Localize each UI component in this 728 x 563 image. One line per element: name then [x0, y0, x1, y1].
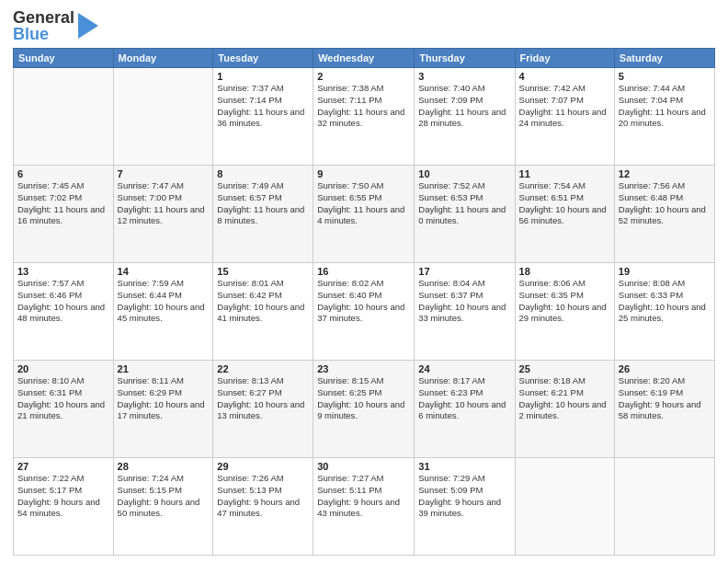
day-number: 6 [17, 168, 109, 179]
day-info: Sunrise: 7:47 AM Sunset: 7:00 PM Dayligh… [118, 180, 210, 227]
day-number: 12 [619, 168, 711, 179]
day-number: 3 [418, 71, 510, 82]
day-number: 27 [17, 461, 109, 472]
day-info: Sunrise: 8:04 AM Sunset: 6:37 PM Dayligh… [418, 278, 510, 325]
col-header-wednesday: Wednesday [313, 49, 415, 68]
calendar-cell: 6Sunrise: 7:45 AM Sunset: 7:02 PM Daylig… [14, 166, 114, 263]
calendar-table: SundayMondayTuesdayWednesdayThursdayFrid… [13, 48, 715, 556]
calendar-week-row: 1Sunrise: 7:37 AM Sunset: 7:14 PM Daylig… [14, 68, 715, 166]
calendar-header-row: SundayMondayTuesdayWednesdayThursdayFrid… [14, 49, 715, 68]
col-header-monday: Monday [113, 49, 213, 68]
day-info: Sunrise: 7:42 AM Sunset: 7:07 PM Dayligh… [519, 83, 610, 130]
day-number: 24 [418, 363, 510, 374]
calendar-cell: 2Sunrise: 7:38 AM Sunset: 7:11 PM Daylig… [313, 68, 415, 166]
logo-general: General [13, 9, 74, 26]
calendar-week-row: 6Sunrise: 7:45 AM Sunset: 7:02 PM Daylig… [14, 166, 715, 263]
calendar-cell [515, 458, 614, 556]
calendar-cell [113, 68, 213, 166]
day-number: 26 [619, 363, 711, 374]
calendar-cell: 8Sunrise: 7:49 AM Sunset: 6:57 PM Daylig… [213, 166, 313, 263]
calendar-cell: 4Sunrise: 7:42 AM Sunset: 7:07 PM Daylig… [515, 68, 614, 166]
day-info: Sunrise: 7:27 AM Sunset: 5:11 PM Dayligh… [317, 473, 410, 520]
calendar-cell: 24Sunrise: 8:17 AM Sunset: 6:23 PM Dayli… [415, 361, 515, 458]
calendar-week-row: 27Sunrise: 7:22 AM Sunset: 5:17 PM Dayli… [14, 458, 715, 556]
calendar-cell: 20Sunrise: 8:10 AM Sunset: 6:31 PM Dayli… [14, 361, 114, 458]
day-number: 4 [519, 71, 610, 82]
day-info: Sunrise: 8:13 AM Sunset: 6:27 PM Dayligh… [217, 375, 309, 422]
day-info: Sunrise: 8:06 AM Sunset: 6:35 PM Dayligh… [519, 278, 610, 325]
calendar-cell: 16Sunrise: 8:02 AM Sunset: 6:40 PM Dayli… [313, 263, 415, 361]
day-info: Sunrise: 7:26 AM Sunset: 5:13 PM Dayligh… [217, 473, 309, 520]
calendar-cell: 3Sunrise: 7:40 AM Sunset: 7:09 PM Daylig… [415, 68, 515, 166]
calendar-cell: 1Sunrise: 7:37 AM Sunset: 7:14 PM Daylig… [213, 68, 313, 166]
day-info: Sunrise: 8:02 AM Sunset: 6:40 PM Dayligh… [317, 278, 410, 325]
calendar-cell: 19Sunrise: 8:08 AM Sunset: 6:33 PM Dayli… [614, 263, 714, 361]
day-info: Sunrise: 7:45 AM Sunset: 7:02 PM Dayligh… [17, 180, 109, 227]
calendar-cell: 23Sunrise: 8:15 AM Sunset: 6:25 PM Dayli… [313, 361, 415, 458]
calendar-cell: 18Sunrise: 8:06 AM Sunset: 6:35 PM Dayli… [515, 263, 614, 361]
day-info: Sunrise: 8:11 AM Sunset: 6:29 PM Dayligh… [118, 375, 210, 422]
day-info: Sunrise: 7:37 AM Sunset: 7:14 PM Dayligh… [217, 83, 309, 130]
day-number: 19 [619, 266, 711, 277]
day-info: Sunrise: 8:18 AM Sunset: 6:21 PM Dayligh… [519, 375, 610, 422]
calendar-cell: 30Sunrise: 7:27 AM Sunset: 5:11 PM Dayli… [313, 458, 415, 556]
day-info: Sunrise: 7:50 AM Sunset: 6:55 PM Dayligh… [317, 180, 410, 227]
day-number: 8 [217, 168, 309, 179]
col-header-friday: Friday [515, 49, 614, 68]
calendar-cell: 15Sunrise: 8:01 AM Sunset: 6:42 PM Dayli… [213, 263, 313, 361]
calendar-cell [14, 68, 114, 166]
col-header-sunday: Sunday [14, 49, 114, 68]
day-info: Sunrise: 8:15 AM Sunset: 6:25 PM Dayligh… [317, 375, 410, 422]
calendar-cell: 22Sunrise: 8:13 AM Sunset: 6:27 PM Dayli… [213, 361, 313, 458]
calendar-cell [614, 458, 714, 556]
logo: General Blue [13, 9, 98, 42]
calendar-cell: 28Sunrise: 7:24 AM Sunset: 5:15 PM Dayli… [113, 458, 213, 556]
day-number: 22 [217, 363, 309, 374]
calendar-cell: 27Sunrise: 7:22 AM Sunset: 5:17 PM Dayli… [14, 458, 114, 556]
day-number: 2 [317, 71, 410, 82]
calendar-cell: 25Sunrise: 8:18 AM Sunset: 6:21 PM Dayli… [515, 361, 614, 458]
calendar-cell: 14Sunrise: 7:59 AM Sunset: 6:44 PM Dayli… [113, 263, 213, 361]
page: General Blue SundayMondayTuesdayWednesda… [0, 0, 728, 563]
day-number: 30 [317, 461, 410, 472]
calendar-cell: 21Sunrise: 8:11 AM Sunset: 6:29 PM Dayli… [113, 361, 213, 458]
day-number: 11 [519, 168, 610, 179]
day-info: Sunrise: 7:57 AM Sunset: 6:46 PM Dayligh… [17, 278, 109, 325]
svg-marker-0 [78, 13, 98, 39]
calendar-cell: 7Sunrise: 7:47 AM Sunset: 7:00 PM Daylig… [113, 166, 213, 263]
day-number: 5 [619, 71, 711, 82]
day-info: Sunrise: 7:22 AM Sunset: 5:17 PM Dayligh… [17, 473, 109, 520]
calendar-cell: 29Sunrise: 7:26 AM Sunset: 5:13 PM Dayli… [213, 458, 313, 556]
day-number: 21 [118, 363, 210, 374]
day-number: 14 [118, 266, 210, 277]
day-info: Sunrise: 8:01 AM Sunset: 6:42 PM Dayligh… [217, 278, 309, 325]
day-number: 7 [118, 168, 210, 179]
col-header-thursday: Thursday [415, 49, 515, 68]
calendar-cell: 26Sunrise: 8:20 AM Sunset: 6:19 PM Dayli… [614, 361, 714, 458]
logo-arrow-icon [78, 13, 98, 39]
day-number: 20 [17, 363, 109, 374]
calendar-cell: 31Sunrise: 7:29 AM Sunset: 5:09 PM Dayli… [415, 458, 515, 556]
calendar-week-row: 13Sunrise: 7:57 AM Sunset: 6:46 PM Dayli… [14, 263, 715, 361]
day-info: Sunrise: 7:59 AM Sunset: 6:44 PM Dayligh… [118, 278, 210, 325]
day-number: 9 [317, 168, 410, 179]
day-info: Sunrise: 7:44 AM Sunset: 7:04 PM Dayligh… [619, 83, 711, 130]
day-number: 18 [519, 266, 610, 277]
day-number: 28 [118, 461, 210, 472]
day-number: 15 [217, 266, 309, 277]
day-number: 31 [418, 461, 510, 472]
col-header-saturday: Saturday [614, 49, 714, 68]
day-info: Sunrise: 8:08 AM Sunset: 6:33 PM Dayligh… [619, 278, 711, 325]
calendar-cell: 17Sunrise: 8:04 AM Sunset: 6:37 PM Dayli… [415, 263, 515, 361]
col-header-tuesday: Tuesday [213, 49, 313, 68]
day-number: 25 [519, 363, 610, 374]
day-number: 17 [418, 266, 510, 277]
day-info: Sunrise: 7:24 AM Sunset: 5:15 PM Dayligh… [118, 473, 210, 520]
day-info: Sunrise: 7:49 AM Sunset: 6:57 PM Dayligh… [217, 180, 309, 227]
day-number: 1 [217, 71, 309, 82]
calendar-cell: 11Sunrise: 7:54 AM Sunset: 6:51 PM Dayli… [515, 166, 614, 263]
day-info: Sunrise: 7:40 AM Sunset: 7:09 PM Dayligh… [418, 83, 510, 130]
day-number: 23 [317, 363, 410, 374]
calendar-cell: 9Sunrise: 7:50 AM Sunset: 6:55 PM Daylig… [313, 166, 415, 263]
calendar-cell: 12Sunrise: 7:56 AM Sunset: 6:48 PM Dayli… [614, 166, 714, 263]
